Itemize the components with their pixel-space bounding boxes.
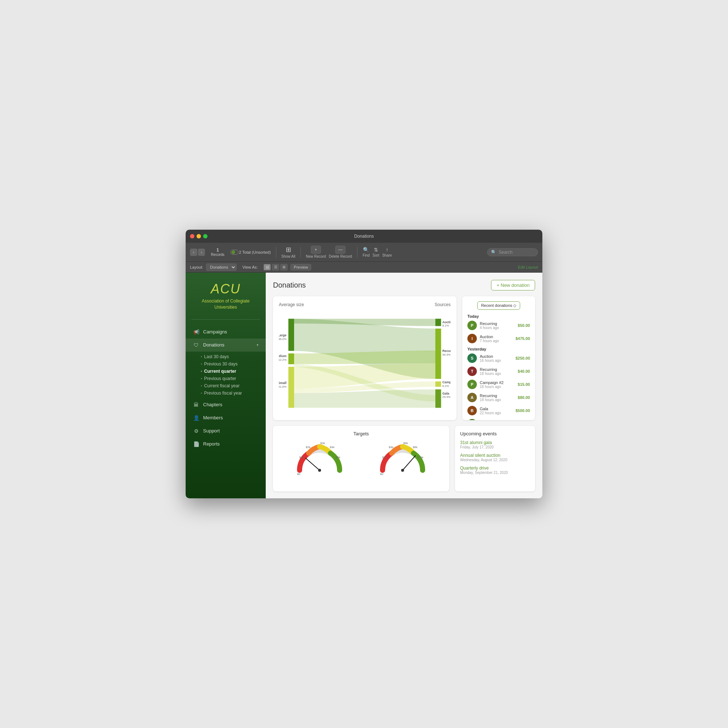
- new-record-section[interactable]: + New Record: [306, 246, 326, 258]
- svg-point-9: [401, 469, 404, 472]
- events-title: Upcoming events: [460, 431, 530, 436]
- donations-filter: Recent donations ◇: [467, 301, 530, 310]
- preview-button[interactable]: Preview: [291, 264, 311, 271]
- view-list-icon[interactable]: ☰: [272, 264, 279, 271]
- donation-info: Auction 16 hours ago: [480, 354, 512, 362]
- donation-info: Campaign #2 22 hours ago: [480, 420, 512, 421]
- find-section[interactable]: 🔍 Find: [362, 247, 369, 257]
- sidebar: ACU Association of CollegiateUniversitie…: [186, 273, 266, 498]
- events-list: 31st alumni gala Friday, July 17, 2020 A…: [460, 440, 530, 475]
- donation-item-today-1: I Auction 7 hours ago $475.00: [467, 334, 530, 343]
- view-table-icon[interactable]: ⊞: [280, 264, 288, 271]
- layout-select[interactable]: Donations: [206, 263, 237, 271]
- page-title: Donations: [273, 281, 306, 289]
- layoutbar: Layout: Donations View As: ▤ ☰ ⊞ Preview…: [186, 262, 542, 273]
- nav-back-button[interactable]: ‹: [190, 249, 197, 256]
- window-title: Donations: [354, 234, 374, 239]
- targets-card: Targets: [273, 426, 449, 491]
- donation-time: 16 hours ago: [480, 359, 512, 362]
- sidebar-item-reports[interactable]: 📄 Reports: [186, 437, 266, 451]
- submenu-current-quarter[interactable]: Current quarter: [201, 368, 266, 375]
- window-controls[interactable]: [190, 234, 208, 239]
- event-date: Friday, July 17, 2020: [460, 445, 530, 449]
- new-record-button[interactable]: +: [311, 246, 321, 254]
- pct-campaign2: 6.2%: [442, 384, 449, 388]
- reports-icon: 📄: [193, 441, 199, 447]
- donation-time: 18 hours ago: [480, 372, 515, 376]
- sankey-bar-medium: [288, 353, 294, 364]
- avatar-G5: G: [467, 419, 477, 420]
- donation-time: 7 hours ago: [480, 339, 512, 343]
- sort-section[interactable]: ⇅ Sort: [373, 247, 379, 257]
- donation-amount: $500.00: [515, 408, 530, 413]
- sidebar-item-members[interactable]: 👤 Members: [186, 411, 266, 424]
- view-as-label: View As:: [242, 265, 258, 269]
- svg-text:$2k: $2k: [306, 445, 311, 449]
- donation-item-yesterday-1: T Recurring 18 hours ago $40.00: [467, 367, 530, 376]
- new-donation-button[interactable]: + New donation: [491, 280, 535, 291]
- label-medium: Medium: [279, 354, 286, 358]
- filter-button[interactable]: Recent donations ◇: [477, 301, 520, 310]
- edit-layout-button[interactable]: Edit Layout: [518, 265, 538, 269]
- main-content: ACU Association of CollegiateUniversitie…: [186, 273, 542, 498]
- maximize-button[interactable]: [203, 234, 208, 239]
- bottom-row: Targets: [273, 426, 535, 491]
- chapters-icon: 🏛: [193, 402, 199, 408]
- donation-type: Auction: [480, 354, 512, 359]
- svg-text:$3k: $3k: [320, 442, 326, 445]
- event-name[interactable]: Annual silent auction: [460, 453, 530, 458]
- close-button[interactable]: [190, 234, 194, 239]
- submenu-prev30[interactable]: Previous 30 days: [201, 360, 266, 368]
- flow-medium-recurring: [294, 350, 435, 364]
- gauge-svg-1: $0 $1k $2k $3k $4k $5k: [294, 439, 345, 476]
- search-bar[interactable]: 🔍: [487, 248, 538, 256]
- avatar-T1: T: [467, 367, 477, 376]
- sidebar-item-chapters[interactable]: 🏛 Chapters: [186, 398, 266, 411]
- svg-text:$6k: $6k: [403, 442, 408, 445]
- avatar-B4: B: [467, 406, 477, 415]
- label-auction: Auction: [442, 320, 451, 324]
- donation-item-yesterday-0: S Auction 16 hours ago $250.00: [467, 353, 530, 363]
- pct-recurring: 56.3%: [442, 353, 450, 356]
- delete-record-label: Delete Record: [329, 254, 352, 258]
- sankey-bar-large: [288, 319, 294, 351]
- titlebar: Donations: [186, 230, 542, 243]
- share-section[interactable]: ↑ Share: [382, 247, 392, 257]
- delete-record-section[interactable]: — Delete Record: [329, 246, 352, 258]
- donation-type: Campaign #2: [480, 420, 512, 421]
- show-all-section[interactable]: ⊞ Show All: [281, 246, 295, 258]
- submenu-prev-quarter[interactable]: Previous quarter: [201, 375, 266, 382]
- donations-expand-icon[interactable]: ▾: [257, 343, 258, 347]
- submenu-last30[interactable]: Last 30 days: [201, 353, 266, 360]
- submenu-current-fiscal[interactable]: Current fiscal year: [201, 382, 266, 390]
- minimize-button[interactable]: [197, 234, 201, 239]
- support-icon: ⚙: [193, 428, 199, 434]
- svg-text:$1k: $1k: [299, 456, 304, 459]
- search-input[interactable]: [499, 250, 534, 255]
- sidebar-item-donations[interactable]: 🛡 Donations ▾: [186, 338, 266, 352]
- donation-type: Auction: [480, 335, 512, 339]
- sidebar-item-campaigns[interactable]: 📢 Campaigns: [186, 326, 266, 338]
- submenu-prev-fiscal[interactable]: Previous fiscal year: [201, 390, 266, 397]
- sankey-bar-campaign2: [435, 381, 441, 387]
- donation-amount: $250.00: [515, 356, 530, 360]
- sidebar-logo: ACU Association of CollegiateUniversitie…: [186, 273, 266, 316]
- event-name[interactable]: 31st alumni gala: [460, 440, 530, 445]
- nav-forward-button[interactable]: ›: [198, 249, 205, 256]
- record-info: 1 Records: [211, 248, 224, 257]
- app-window: Donations ‹ › 1 Records 2 Total (Unsorte…: [186, 230, 542, 498]
- delete-record-button[interactable]: —: [335, 246, 346, 254]
- event-name[interactable]: Quarterly drive: [460, 466, 530, 471]
- sidebar-item-support[interactable]: ⚙ Support: [186, 424, 266, 437]
- svg-line-8: [402, 456, 415, 470]
- campaigns-icon: 📢: [193, 329, 199, 335]
- donations-label: Donations: [203, 342, 225, 348]
- pct-auction: 8.1%: [442, 324, 449, 327]
- event-item-1: Annual silent auction Wednesday, August …: [460, 453, 530, 462]
- label-small: Small: [279, 381, 286, 385]
- show-all-label: Show All: [281, 254, 295, 258]
- support-label: Support: [203, 428, 220, 434]
- view-form-icon[interactable]: ▤: [263, 264, 271, 271]
- event-item-0: 31st alumni gala Friday, July 17, 2020: [460, 440, 530, 449]
- pct-large: 36.0%: [279, 337, 286, 341]
